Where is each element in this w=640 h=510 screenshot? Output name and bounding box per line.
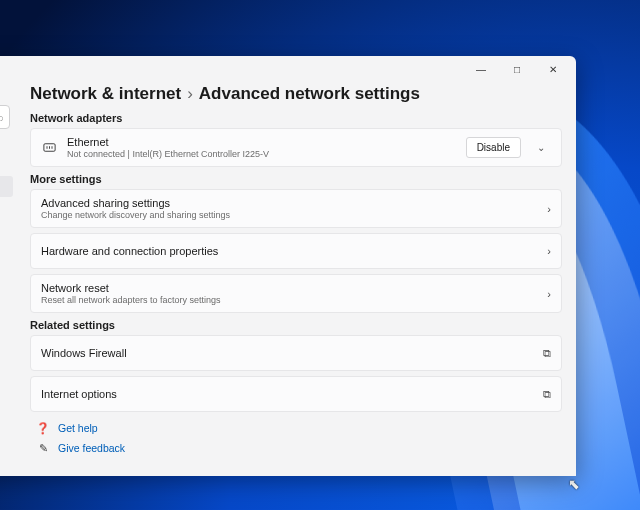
disable-button[interactable]: Disable — [466, 137, 521, 158]
chevron-right-icon: › — [547, 203, 551, 215]
sidebar: count ⌕ & devices & internet ation angua… — [0, 82, 16, 476]
card-title: Windows Firewall — [41, 347, 533, 359]
card-network-reset[interactable]: Network reset Reset all network adapters… — [30, 274, 562, 313]
sidebar-item-language[interactable]: anguage — [0, 234, 13, 255]
breadcrumb-root[interactable]: Network & internet — [30, 84, 181, 104]
sidebar-item-update[interactable]: vs Update — [0, 313, 13, 334]
card-internet-options[interactable]: Internet options ⧉ — [30, 376, 562, 412]
section-related-header: Related settings — [30, 319, 562, 331]
sidebar-item-accessibility[interactable]: ility — [0, 271, 13, 292]
sidebar-item-devices[interactable]: & devices — [0, 155, 13, 176]
card-windows-firewall[interactable]: Windows Firewall ⧉ — [30, 335, 562, 371]
card-title: Advanced sharing settings — [41, 197, 537, 209]
link-label: Get help — [58, 422, 98, 434]
adapter-name: Ethernet — [67, 136, 456, 148]
give-feedback-link[interactable]: ✎ Give feedback — [30, 438, 562, 458]
adapter-status: Not connected | Intel(R) Ethernet Contro… — [67, 149, 456, 159]
sidebar-item-network[interactable]: & internet — [0, 176, 13, 197]
card-subtitle: Reset all network adapters to factory se… — [41, 295, 537, 305]
minimize-button[interactable]: — — [464, 58, 498, 80]
card-subtitle: Change network discovery and sharing set… — [41, 210, 537, 220]
external-link-icon: ⧉ — [543, 347, 551, 360]
search-icon: ⌕ — [0, 111, 4, 123]
card-hardware-properties[interactable]: Hardware and connection properties › — [30, 233, 562, 269]
expand-adapter-button[interactable]: ⌄ — [531, 137, 551, 159]
breadcrumb: Network & internet › Advanced network se… — [30, 84, 562, 104]
footer-links: ❓ Get help ✎ Give feedback — [30, 418, 562, 458]
settings-window: — □ ✕ count ⌕ & devices & internet ation… — [0, 56, 576, 476]
adapter-card-ethernet[interactable]: Ethernet Not connected | Intel(R) Ethern… — [30, 128, 562, 167]
link-label: Give feedback — [58, 442, 125, 454]
chevron-right-icon: › — [187, 84, 193, 104]
ethernet-icon — [41, 140, 57, 156]
account-label[interactable]: count — [0, 82, 16, 103]
chevron-right-icon: › — [547, 245, 551, 257]
card-title: Hardware and connection properties — [41, 245, 537, 257]
help-icon: ❓ — [36, 421, 50, 435]
search-input[interactable]: ⌕ — [0, 105, 10, 129]
feedback-icon: ✎ — [36, 441, 50, 455]
card-title: Network reset — [41, 282, 537, 294]
content-pane: Network & internet › Advanced network se… — [16, 82, 576, 476]
get-help-link[interactable]: ❓ Get help — [30, 418, 562, 438]
maximize-button[interactable]: □ — [500, 58, 534, 80]
page-title: Advanced network settings — [199, 84, 420, 104]
mouse-cursor: ⬉ — [568, 476, 580, 492]
sidebar-item-personalization[interactable]: ation — [0, 197, 13, 218]
section-adapters-header: Network adapters — [30, 112, 562, 124]
chevron-right-icon: › — [547, 288, 551, 300]
close-button[interactable]: ✕ — [536, 58, 570, 80]
section-more-header: More settings — [30, 173, 562, 185]
sidebar-item-security[interactable]: & security — [0, 292, 13, 313]
external-link-icon: ⧉ — [543, 388, 551, 401]
titlebar: — □ ✕ — [0, 56, 576, 82]
card-advanced-sharing[interactable]: Advanced sharing settings Change network… — [30, 189, 562, 228]
card-title: Internet options — [41, 388, 533, 400]
